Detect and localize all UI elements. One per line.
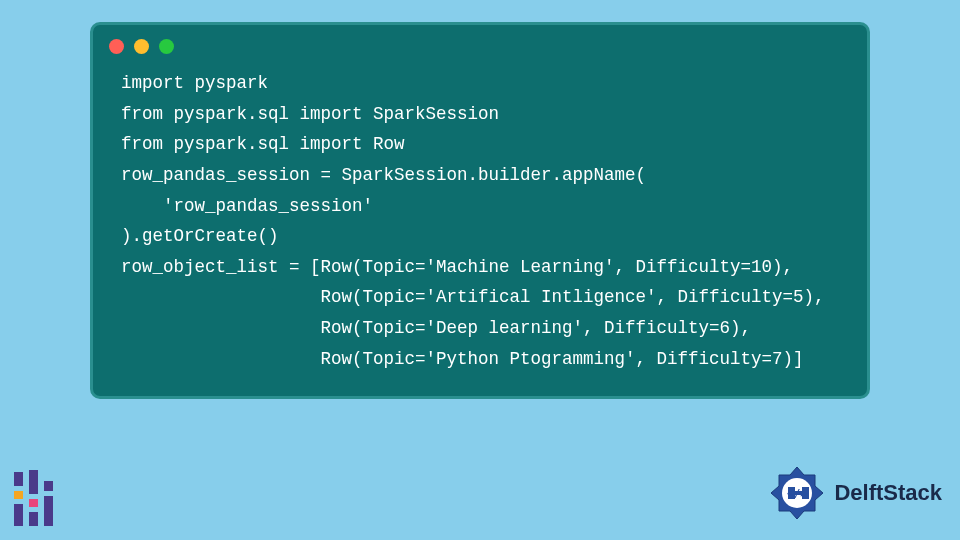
code-line: row_pandas_session = SparkSession.builde… <box>121 165 646 185</box>
maximize-icon <box>159 39 174 54</box>
svg-text:</>: </> <box>787 487 807 500</box>
code-line: from pyspark.sql import Row <box>121 134 405 154</box>
code-window: import pyspark from pyspark.sql import S… <box>90 22 870 399</box>
logo-bars-icon <box>14 466 62 526</box>
code-line: from pyspark.sql import SparkSession <box>121 104 499 124</box>
brand-badge-icon: </> <box>768 464 826 522</box>
code-line: ).getOrCreate() <box>121 226 279 246</box>
code-block: import pyspark from pyspark.sql import S… <box>93 62 867 378</box>
brand-name: DelftStack <box>834 480 942 506</box>
close-icon <box>109 39 124 54</box>
code-line: Row(Topic='Deep learning', Difficulty=6)… <box>121 318 751 338</box>
code-line: Row(Topic='Artifical Intligence', Diffic… <box>121 287 825 307</box>
brand-logo: </> DelftStack <box>768 464 942 522</box>
code-line: row_object_list = [Row(Topic='Machine Le… <box>121 257 793 277</box>
code-line: 'row_pandas_session' <box>121 196 373 216</box>
code-line: import pyspark <box>121 73 268 93</box>
minimize-icon <box>134 39 149 54</box>
code-line: Row(Topic='Python Ptogramming', Difficul… <box>121 349 804 369</box>
window-controls <box>93 25 867 62</box>
